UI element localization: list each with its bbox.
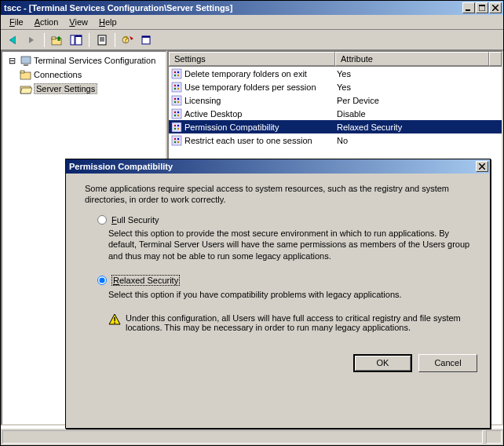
menubar: File Action View Help (1, 15, 503, 30)
svg-rect-2 (479, 5, 485, 6)
svg-rect-43 (172, 122, 181, 132)
svg-rect-38 (172, 109, 181, 119)
radio-full-label: Full Security (111, 215, 159, 225)
forward-button[interactable] (23, 31, 40, 49)
svg-point-34 (174, 97, 176, 99)
setting-icon (170, 134, 183, 147)
setting-attribute: Per Device (337, 96, 379, 105)
svg-rect-33 (172, 96, 181, 105)
svg-point-36 (174, 101, 176, 102)
svg-point-24 (174, 71, 176, 72)
col-attribute[interactable]: Attribute (335, 52, 489, 66)
ok-button[interactable]: OK (353, 354, 412, 372)
setting-icon (170, 94, 183, 107)
toolbar-separator (115, 33, 115, 47)
svg-point-27 (177, 74, 179, 75)
list-header: Settings Attribute (169, 52, 502, 67)
svg-rect-17 (142, 36, 150, 38)
col-settings[interactable]: Settings (169, 52, 335, 66)
menu-action[interactable]: Action (29, 16, 64, 28)
setting-name: Use temporary folders per session (184, 82, 316, 92)
show-hide-tree-button[interactable] (68, 31, 85, 49)
setting-name: Licensing (184, 96, 221, 105)
setting-icon (170, 68, 183, 80)
menu-file[interactable]: File (4, 16, 29, 28)
svg-rect-21 (20, 71, 24, 73)
properties-button[interactable] (93, 31, 111, 49)
svg-point-52 (177, 141, 179, 142)
warning-icon: ! (108, 313, 121, 326)
up-button[interactable] (49, 31, 66, 49)
svg-rect-6 (52, 37, 56, 39)
radio-full-input[interactable] (97, 215, 107, 225)
setting-attribute: Yes (337, 69, 351, 79)
list-row[interactable]: Delete temporary folders on exitYes (169, 67, 502, 80)
tree-connections[interactable]: Connections (18, 68, 164, 82)
svg-rect-28 (172, 82, 181, 92)
svg-text:?: ? (123, 35, 129, 44)
window-controls (462, 2, 502, 13)
help-button[interactable]: ? (119, 31, 137, 49)
setting-name: Delete temporary folders on exit (184, 69, 307, 79)
dialog-intro: Some applications require special access… (85, 183, 471, 206)
close-button[interactable] (489, 2, 502, 13)
svg-rect-23 (172, 69, 181, 79)
list-row[interactable]: Active DesktopDisable (169, 107, 502, 120)
svg-point-32 (177, 87, 179, 89)
tree-server-settings[interactable]: Server Settings (18, 82, 164, 96)
back-button[interactable] (4, 31, 21, 49)
svg-rect-10 (98, 35, 106, 45)
window-title: tscc - [Terminal Services Configuration\… (2, 3, 462, 13)
svg-point-39 (174, 111, 176, 112)
toolbar: ? (1, 30, 503, 50)
svg-point-29 (174, 84, 176, 86)
collapse-icon: ⊟ (5, 56, 18, 66)
refresh-button[interactable] (138, 31, 155, 49)
svg-rect-9 (75, 35, 82, 37)
svg-point-26 (174, 74, 176, 75)
radio-full-security[interactable]: Full Security (97, 215, 471, 225)
svg-point-40 (177, 111, 179, 112)
setting-name: Restrict each user to one session (184, 136, 312, 145)
list-row[interactable]: LicensingPer Device (169, 93, 502, 107)
folder-icon (20, 68, 32, 81)
menu-view[interactable]: View (64, 16, 93, 28)
tree-root[interactable]: ⊟ Terminal Services Configuration (4, 53, 164, 68)
svg-point-50 (177, 137, 179, 139)
config-icon (20, 54, 32, 67)
svg-point-45 (177, 124, 179, 126)
toolbar-separator (89, 33, 89, 47)
warning-text: Under this configuration, all Users will… (126, 313, 471, 332)
list-row[interactable]: Use temporary folders per sessionYes (169, 80, 502, 93)
tree-root-label: Terminal Services Configuration (34, 56, 155, 65)
maximize-button[interactable] (476, 2, 488, 13)
svg-rect-19 (24, 64, 28, 66)
svg-point-30 (177, 84, 179, 86)
setting-name: Permission Compatibility (184, 122, 279, 132)
list-row[interactable]: Permission CompatibilityRelaxed Security (169, 120, 502, 133)
menu-help[interactable]: Help (93, 16, 122, 28)
radio-relaxed-security[interactable]: Relaxed Security (97, 275, 471, 286)
list-row[interactable]: Restrict each user to one sessionNo (169, 133, 502, 147)
cancel-button[interactable]: Cancel (418, 354, 477, 372)
dialog-close-button[interactable] (476, 161, 488, 172)
dialog-content: Some applications require special access… (66, 174, 490, 354)
toolbar-separator (44, 33, 45, 47)
titlebar: tscc - [Terminal Services Configuration\… (1, 1, 503, 15)
setting-attribute: Yes (337, 82, 351, 92)
setting-icon (170, 121, 183, 133)
radio-relaxed-input[interactable] (97, 276, 107, 285)
status-panel (2, 430, 483, 444)
svg-point-49 (174, 137, 176, 139)
svg-point-35 (177, 97, 179, 99)
setting-attribute: Disable (337, 109, 366, 119)
svg-point-37 (177, 101, 179, 102)
minimize-button[interactable] (462, 2, 475, 13)
dialog-title: Permission Compatibility (68, 162, 476, 171)
svg-rect-18 (21, 57, 31, 64)
svg-point-51 (174, 141, 176, 142)
tree-connections-label: Connections (34, 70, 82, 79)
svg-rect-48 (172, 136, 181, 145)
svg-rect-20 (20, 72, 31, 79)
svg-point-47 (177, 127, 179, 129)
